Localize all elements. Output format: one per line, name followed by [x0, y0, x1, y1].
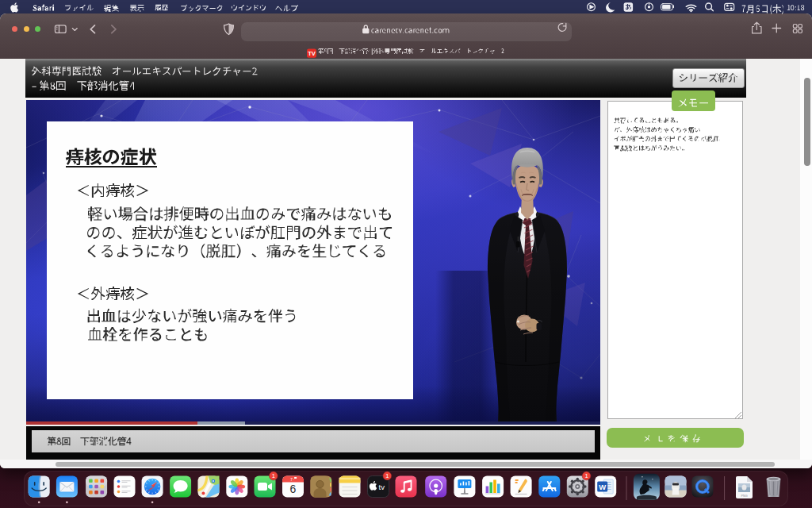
svg-text:1: 1	[385, 472, 389, 479]
svg-text:7: 7	[290, 478, 293, 482]
svg-text:TV: TV	[308, 50, 316, 57]
svg-text:W: W	[599, 483, 606, 491]
svg-text:6: 6	[290, 483, 297, 495]
svg-text:1: 1	[584, 472, 588, 479]
svg-text:1: 1	[272, 472, 275, 479]
svg-text:tv: tv	[379, 483, 385, 491]
svg-text:PNG: PNG	[741, 495, 747, 498]
